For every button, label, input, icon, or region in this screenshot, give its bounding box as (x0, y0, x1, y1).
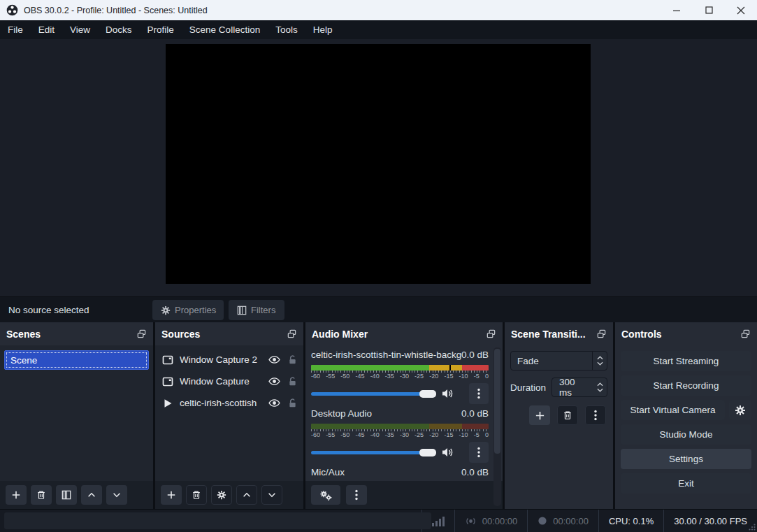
resize-grip[interactable] (749, 524, 756, 531)
menu-item-help[interactable]: Help (305, 20, 340, 39)
slider-handle[interactable] (419, 390, 436, 398)
popout-icon[interactable] (136, 329, 147, 339)
menu-item-view[interactable]: View (62, 20, 98, 39)
add-transition-button[interactable] (529, 405, 550, 425)
menu-item-docks[interactable]: Docks (98, 20, 140, 39)
duration-spinbox[interactable]: 300 ms (551, 378, 607, 397)
popout-icon[interactable] (287, 329, 297, 339)
menu-item-tools[interactable]: Tools (268, 20, 305, 39)
add-source-button[interactable] (161, 485, 182, 505)
speaker-icon[interactable] (441, 388, 454, 399)
gear-icon (217, 490, 226, 500)
mixer-menu-button[interactable] (346, 485, 367, 505)
scrollbar-thumb[interactable] (494, 349, 500, 454)
properties-label: Properties (175, 305, 216, 315)
maximize-button[interactable] (693, 0, 725, 20)
lock-icon[interactable] (287, 354, 298, 366)
source-row[interactable]: celtic-irish-scottish (155, 392, 303, 414)
mixer-channel-desktop-audio: Desktop Audio 0.0 dB -60-55-50-45-40-35-… (311, 408, 489, 463)
duration-label: Duration (510, 382, 546, 393)
source-row[interactable]: Window Capture 2 (155, 349, 303, 371)
audio-mixer-panel: Audio Mixer celtic-irish-scottish-tin-wh… (305, 322, 503, 509)
popout-icon[interactable] (740, 329, 751, 339)
tick-label: -25 (414, 431, 424, 439)
slider-handle[interactable] (419, 449, 436, 456)
filters-button[interactable]: Filters (229, 300, 284, 320)
tick-label: 0 (485, 431, 489, 439)
transition-value: Fade (511, 356, 592, 366)
meter-tick-labels: -60-55-50-45-40-35-30-25-20-15-10-50 (311, 431, 489, 439)
transition-select[interactable]: Fade (510, 351, 607, 371)
add-scene-button[interactable] (6, 485, 27, 505)
channel-level: 0.0 dB (461, 350, 489, 360)
scene-transitions-title: Scene Transiti... (511, 329, 586, 340)
tick-label: 0 (485, 373, 489, 380)
audio-mixer-toolbar (305, 481, 503, 509)
close-button[interactable] (725, 0, 757, 20)
mixer-scrollbar[interactable] (493, 347, 501, 506)
transition-menu-button[interactable] (585, 405, 606, 425)
audio-mixer-title: Audio Mixer (312, 329, 368, 340)
menubar: File Edit View Docks Profile Scene Colle… (0, 20, 757, 39)
stream-timer-value: 00:00:00 (482, 516, 518, 526)
remove-source-button[interactable] (186, 485, 207, 505)
volume-slider[interactable] (311, 392, 435, 396)
advanced-audio-properties-button[interactable] (311, 485, 340, 505)
menu-item-scene-collection[interactable]: Scene Collection (182, 20, 268, 39)
statusbar-message-area (4, 512, 431, 529)
properties-button[interactable]: Properties (152, 300, 224, 320)
channel-menu-button[interactable] (469, 383, 489, 404)
filters-label: Filters (251, 305, 275, 315)
sources-list: Window Capture 2 Window Capture celtic-i… (155, 345, 303, 481)
minimize-button[interactable] (661, 0, 693, 20)
channel-name: Mic/Aux (311, 467, 461, 477)
chevron-down-icon (267, 490, 277, 500)
record-dot-icon (538, 516, 547, 526)
chevron-up-icon (87, 490, 96, 500)
scene-move-down-button[interactable] (106, 485, 127, 505)
spin-arrows[interactable] (593, 378, 607, 396)
scenes-panel-header: Scenes (0, 322, 153, 345)
source-status-text: No source selected (8, 297, 89, 322)
popout-icon[interactable] (486, 329, 496, 339)
scene-transitions-header: Scene Transiti... (505, 322, 613, 345)
preview-canvas[interactable] (166, 44, 591, 284)
remove-scene-button[interactable] (31, 485, 52, 505)
maximize-icon (705, 6, 713, 14)
scene-filters-button[interactable] (56, 485, 77, 505)
menu-item-edit[interactable]: Edit (31, 20, 62, 39)
lock-icon[interactable] (287, 376, 298, 387)
menu-item-file[interactable]: File (0, 20, 31, 39)
scene-move-up-button[interactable] (81, 485, 102, 505)
tick-label: -55 (326, 431, 335, 439)
popout-icon[interactable] (596, 329, 607, 339)
source-move-down-button[interactable] (261, 485, 282, 505)
visibility-eye-icon[interactable] (268, 354, 281, 365)
exit-button[interactable]: Exit (621, 473, 751, 494)
lock-icon[interactable] (287, 398, 298, 409)
speaker-icon[interactable] (441, 447, 454, 458)
signal-bars-icon (432, 516, 445, 526)
select-arrows[interactable] (592, 352, 607, 370)
menu-item-profile[interactable]: Profile (140, 20, 182, 39)
source-properties-button[interactable] (211, 485, 232, 505)
scene-list-item[interactable]: Scene (4, 350, 149, 370)
tick-label: -5 (474, 373, 480, 380)
start-virtual-camera-button[interactable]: Start Virtual Camera (621, 400, 725, 420)
studio-mode-button[interactable]: Studio Mode (621, 424, 751, 445)
visibility-eye-icon[interactable] (268, 398, 281, 408)
start-streaming-button[interactable]: Start Streaming (621, 351, 751, 371)
controls-body: Start Streaming Start Recording Start Vi… (615, 345, 757, 509)
start-recording-button[interactable]: Start Recording (621, 375, 751, 396)
scenes-panel: Scenes Scene (0, 322, 153, 509)
channel-menu-button[interactable] (469, 442, 489, 463)
tick-label: -5 (474, 431, 480, 439)
source-move-up-button[interactable] (236, 485, 257, 505)
settings-button[interactable]: Settings (621, 449, 751, 469)
source-row[interactable]: Window Capture (155, 371, 303, 392)
volume-slider[interactable] (311, 451, 435, 454)
visibility-eye-icon[interactable] (268, 376, 281, 387)
remove-transition-button[interactable] (557, 405, 578, 425)
virtual-camera-config-button[interactable] (729, 400, 751, 420)
kebab-menu-icon (477, 447, 480, 458)
